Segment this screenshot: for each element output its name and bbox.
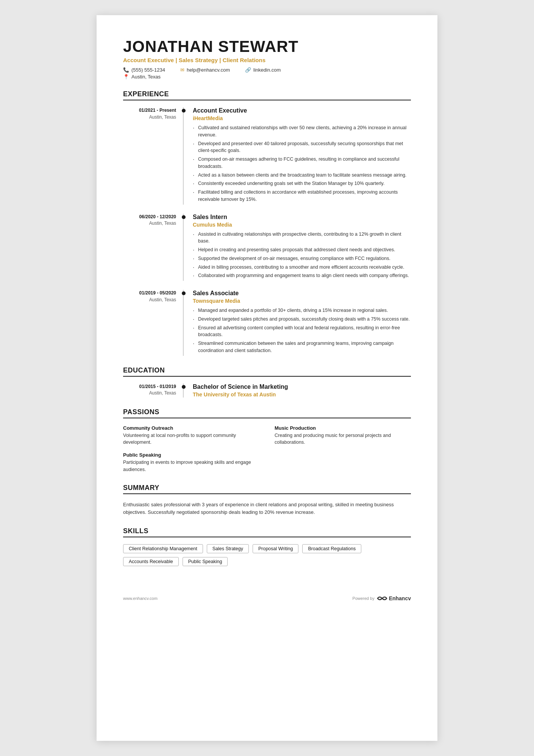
exp-bullet-1-3: Composed on-air messages adhering to FCC… <box>193 156 411 170</box>
summary-section-title: SUMMARY <box>123 484 411 494</box>
location-text: Austin, Texas <box>131 74 161 80</box>
location-icon: 📍 <box>123 74 129 80</box>
experience-section: EXPERIENCE 01/2021 - Present Austin, Tex… <box>123 90 411 356</box>
skill-tag-4: Broadcast Regulations <box>302 544 361 553</box>
skill-tag-2: Sales Strategy <box>207 544 249 553</box>
exp-jobtitle-3: Sales Associate <box>193 290 411 297</box>
skills-section-title: SKILLS <box>123 527 411 537</box>
exp-location-3: Austin, Texas <box>123 297 176 302</box>
exp-left-3: 01/2019 - 05/2020 Austin, Texas <box>123 290 184 356</box>
exp-bullet-2-2: Helped in creating and presenting sales … <box>193 246 411 254</box>
email-address: help@enhancv.com <box>187 67 230 73</box>
exp-location-2: Austin, Texas <box>123 221 176 226</box>
footer-url: www.enhancv.com <box>123 596 158 601</box>
edu-school-1: The University of Texas at Austin <box>193 391 411 398</box>
exp-bullet-2-4: Aided in billing processes, contributing… <box>193 264 411 271</box>
skills-row-1: Client Relationship Management Sales Str… <box>123 544 411 553</box>
experience-entry-2: 06/2020 - 12/2020 Austin, Texas Sales In… <box>123 214 411 281</box>
edu-location-1: Austin, Texas <box>123 390 176 396</box>
header: JONATHAN STEWART Account Executive | Sal… <box>123 38 411 80</box>
exp-bullet-3-1: Managed and expanded a portfolio of 30+ … <box>193 307 411 314</box>
footer: www.enhancv.com Powered by Enhancv <box>123 589 411 602</box>
exp-jobtitle-1: Account Executive <box>193 107 411 114</box>
exp-bullet-3-2: Developed targeted sales pitches and pro… <box>193 316 411 323</box>
location-row: 📍 Austin, Texas <box>123 74 411 80</box>
exp-right-2: Sales Intern Cumulus Media Assisted in c… <box>183 214 411 281</box>
passion-item-2: Music Production Creating and producing … <box>275 425 411 446</box>
resume-page: JONATHAN STEWART Account Executive | Sal… <box>97 15 437 741</box>
email-contact: ✉ help@enhancv.com <box>180 67 230 73</box>
education-section: EDUCATION 01/2015 - 01/2019 Austin, Texa… <box>123 366 411 398</box>
linkedin-url: linkedin.com <box>253 67 281 73</box>
exp-right-1: Account Executive iHeartMedia Cultivated… <box>183 107 411 205</box>
contact-row: 📞 (555) 555-1234 ✉ help@enhancv.com 🔗 li… <box>123 67 411 73</box>
exp-date-1: 01/2021 - Present <box>123 107 176 114</box>
exp-bullet-3-3: Ensured all advertising content complied… <box>193 324 411 339</box>
exp-bullet-1-2: Developed and presented over 40 tailored… <box>193 140 411 155</box>
enhancv-logo-svg <box>377 595 387 602</box>
exp-bullet-1-4: Acted as a liaison between clients and t… <box>193 172 411 179</box>
exp-left-1: 01/2021 - Present Austin, Texas <box>123 107 184 205</box>
job-title-line: Account Executive | Sales Strategy | Cli… <box>123 57 411 63</box>
passion-title-1: Community Outreach <box>123 425 259 431</box>
exp-right-3: Sales Associate Townsquare Media Managed… <box>183 290 411 356</box>
skills-section: SKILLS Client Relationship Management Sa… <box>123 527 411 566</box>
edu-date-1: 01/2015 - 01/2019 <box>123 383 176 390</box>
exp-date-2: 06/2020 - 12/2020 <box>123 214 176 220</box>
enhancv-brand-name: Enhancv <box>389 595 411 601</box>
exp-company-3: Townsquare Media <box>193 298 411 304</box>
exp-dot-2 <box>182 215 186 219</box>
exp-jobtitle-2: Sales Intern <box>193 214 411 221</box>
exp-location-1: Austin, Texas <box>123 114 176 120</box>
exp-bullet-2-1: Assisted in cultivating relationships wi… <box>193 231 411 245</box>
experience-entry-3: 01/2019 - 05/2020 Austin, Texas Sales As… <box>123 290 411 356</box>
edu-left-1: 01/2015 - 01/2019 Austin, Texas <box>123 383 184 398</box>
exp-bullets-2: Assisted in cultivating relationships wi… <box>193 231 411 280</box>
passion-title-3: Public Speaking <box>123 452 259 458</box>
exp-bullet-3-4: Streamlined communication between the sa… <box>193 340 411 354</box>
passions-grid: Community Outreach Volunteering at local… <box>123 425 411 473</box>
phone-number: (555) 555-1234 <box>131 67 165 73</box>
exp-bullet-1-1: Cultivated and sustained relationships w… <box>193 124 411 139</box>
exp-bullet-2-3: Supported the development of on-air mess… <box>193 255 411 262</box>
phone-contact: 📞 (555) 555-1234 <box>123 67 165 73</box>
education-section-title: EDUCATION <box>123 366 411 377</box>
exp-bullets-1: Cultivated and sustained relationships w… <box>193 124 411 203</box>
exp-company-1: iHeartMedia <box>193 115 411 121</box>
experience-section-title: EXPERIENCE <box>123 90 411 100</box>
powered-by-label: Powered by <box>353 596 375 601</box>
linkedin-icon: 🔗 <box>245 67 251 73</box>
skills-row-2: Accounts Receivable Public Speaking <box>123 557 411 566</box>
exp-bullet-1-5: Consistently exceeded underwriting goals… <box>193 180 411 187</box>
passion-title-2: Music Production <box>275 425 411 431</box>
passions-section-title: PASSIONS <box>123 408 411 418</box>
skill-tag-3: Proposal Writing <box>253 544 298 553</box>
passion-desc-1: Volunteering at local non-profits to sup… <box>123 432 259 446</box>
exp-date-3: 01/2019 - 05/2020 <box>123 290 176 296</box>
exp-left-2: 06/2020 - 12/2020 Austin, Texas <box>123 214 184 281</box>
exp-bullets-3: Managed and expanded a portfolio of 30+ … <box>193 307 411 354</box>
phone-icon: 📞 <box>123 67 129 73</box>
passion-desc-3: Participating in events to improve speak… <box>123 459 259 473</box>
education-entry-1: 01/2015 - 01/2019 Austin, Texas Bachelor… <box>123 383 411 398</box>
passion-item-1: Community Outreach Volunteering at local… <box>123 425 259 446</box>
passion-item-3: Public Speaking Participating in events … <box>123 452 259 473</box>
exp-bullet-1-6: Facilitated billing and collections in a… <box>193 189 411 203</box>
skill-tag-5: Accounts Receivable <box>123 557 179 566</box>
footer-powered-by: Powered by Enhancv <box>353 595 411 602</box>
linkedin-contact[interactable]: 🔗 linkedin.com <box>245 67 281 73</box>
full-name: JONATHAN STEWART <box>123 38 411 55</box>
edu-degree-1: Bachelor of Science in Marketing <box>193 383 411 390</box>
exp-bullet-2-5: Collaborated with programming and engage… <box>193 272 411 279</box>
summary-text: Enthusiastic sales professional with 3 y… <box>123 501 411 517</box>
skill-tag-1: Client Relationship Management <box>123 544 203 553</box>
passions-section: PASSIONS Community Outreach Volunteering… <box>123 408 411 473</box>
exp-company-2: Cumulus Media <box>193 222 411 228</box>
enhancv-logo: Enhancv <box>377 595 411 602</box>
experience-entry-1: 01/2021 - Present Austin, Texas Account … <box>123 107 411 205</box>
summary-section: SUMMARY Enthusiastic sales professional … <box>123 484 411 517</box>
edu-dot-1 <box>182 385 186 389</box>
email-icon: ✉ <box>180 67 184 73</box>
skill-tag-6: Public Speaking <box>183 557 228 566</box>
passion-desc-2: Creating and producing music for persona… <box>275 432 411 446</box>
